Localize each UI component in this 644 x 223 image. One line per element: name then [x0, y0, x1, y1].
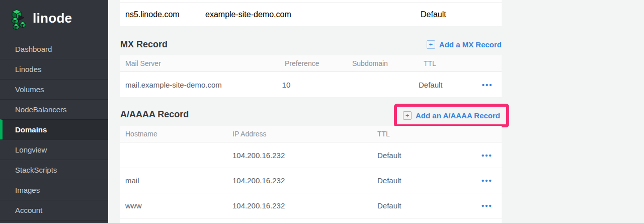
mx-section-header: MX Record + Add a MX Record — [120, 37, 502, 52]
a-aaaa-record-table: Hostname IP Address TTL 104.200.16.232 D… — [120, 126, 502, 223]
row-actions-button[interactable]: ••• — [472, 193, 502, 218]
mx-table-header: Mail Server Preference Subdomain TTL — [120, 55, 502, 72]
a-hostname-cell: mail — [120, 176, 227, 185]
sidebar-item-label: Images — [15, 186, 40, 194]
table-row: 104.200.16.232 Default ••• — [120, 142, 502, 168]
table-row: mail 104.200.16.232 Default ••• — [120, 168, 502, 193]
ellipsis-icon: ••• — [481, 177, 493, 184]
partial-next-row — [120, 218, 502, 223]
brand-name: linode — [33, 11, 72, 28]
sidebar-item-label: StackScripts — [15, 166, 57, 174]
ellipsis-icon: ••• — [482, 81, 493, 89]
sidebar-item-label: NodeBalancers — [15, 105, 67, 114]
ns-name-server-cell: ns5.linode.com — [120, 10, 200, 19]
a-ttl-cell: Default — [372, 201, 453, 210]
sidebar-item-nodebalancers[interactable]: NodeBalancers — [0, 99, 108, 119]
mx-section-title: MX Record — [120, 39, 168, 50]
a-ttl-cell: Default — [372, 176, 453, 185]
sidebar-item-longview[interactable]: Longview — [0, 139, 108, 160]
add-a-aaaa-record-button[interactable]: + Add an A/AAAA Record — [403, 111, 500, 120]
row-actions-button[interactable]: ••• — [473, 72, 502, 97]
ns-record-table: ns5.linode.com example-site-demo.com Def… — [120, 0, 502, 26]
column-header-preference: Preference — [280, 59, 347, 67]
sidebar-item-label: Account — [15, 206, 42, 214]
row-actions-button[interactable]: ••• — [472, 168, 502, 193]
table-row: www 104.200.16.232 Default ••• — [120, 193, 502, 218]
column-header-ttl: TTL — [372, 130, 453, 138]
table-row: mail.example-site-demo.com 10 Default ••… — [120, 72, 502, 97]
mx-ttl-cell: Default — [414, 81, 473, 89]
sidebar-item-label: Longview — [15, 145, 47, 154]
sidebar-divider — [0, 220, 108, 223]
a-ip-cell: 104.200.16.232 — [227, 151, 372, 160]
sidebar-item-dashboard[interactable]: Dashboard — [0, 39, 108, 59]
a-ttl-cell: Default — [372, 151, 453, 160]
mx-mail-server-cell: mail.example-site-demo.com — [120, 81, 277, 89]
column-header-hostname: Hostname — [120, 130, 227, 138]
add-mx-record-button[interactable]: + Add a MX Record — [427, 40, 502, 49]
ns-ttl-cell: Default — [416, 10, 502, 19]
plus-square-icon: + — [403, 111, 412, 120]
a-ip-cell: 104.200.16.232 — [227, 201, 372, 210]
a-table-header: Hostname IP Address TTL — [120, 126, 502, 142]
a-ip-cell: 104.200.16.232 — [227, 176, 372, 185]
sidebar-item-images[interactable]: Images — [0, 180, 108, 200]
mx-record-table: Mail Server Preference Subdomain TTL mai… — [120, 55, 502, 97]
domain-records-page: ns5.linode.com example-site-demo.com Def… — [108, 0, 644, 223]
linode-manager-app: linode Dashboard Linodes Volumes NodeBal… — [0, 0, 644, 223]
sidebar-item-stackscripts[interactable]: StackScripts — [0, 160, 108, 180]
sidebar-item-domains[interactable]: Domains — [0, 119, 108, 139]
table-row: ns5.linode.com example-site-demo.com Def… — [120, 3, 502, 26]
sidebar-item-account[interactable]: Account — [0, 200, 108, 220]
sidebar-item-linodes[interactable]: Linodes — [0, 59, 108, 79]
plus-square-icon: + — [427, 40, 435, 49]
column-header-mail-server: Mail Server — [120, 59, 280, 67]
ns-domain-cell: example-site-demo.com — [200, 10, 416, 19]
sidebar: linode Dashboard Linodes Volumes NodeBal… — [0, 0, 108, 223]
sidebar-item-volumes[interactable]: Volumes — [0, 79, 108, 99]
sidebar-item-label: Volumes — [15, 85, 44, 94]
a-hostname-cell: www — [120, 201, 227, 210]
add-mx-record-label: Add a MX Record — [439, 40, 502, 49]
sidebar-item-label: Linodes — [15, 65, 42, 73]
ellipsis-icon: ••• — [481, 152, 493, 159]
a-section-title: A/AAAA Record — [120, 109, 189, 120]
mx-preference-cell: 10 — [277, 81, 344, 89]
sidebar-item-label: Dashboard — [15, 45, 52, 53]
column-header-ttl: TTL — [419, 59, 479, 67]
linode-logo[interactable]: linode — [0, 0, 108, 39]
column-header-subdomain: Subdomain — [347, 59, 419, 67]
sidebar-item-label: Domains — [15, 125, 47, 134]
column-header-ip-address: IP Address — [227, 130, 372, 138]
ellipsis-icon: ••• — [481, 202, 493, 209]
row-actions-button[interactable]: ••• — [472, 142, 502, 168]
linode-logo-icon — [10, 8, 28, 31]
add-a-aaaa-record-label: Add an A/AAAA Record — [416, 111, 500, 120]
